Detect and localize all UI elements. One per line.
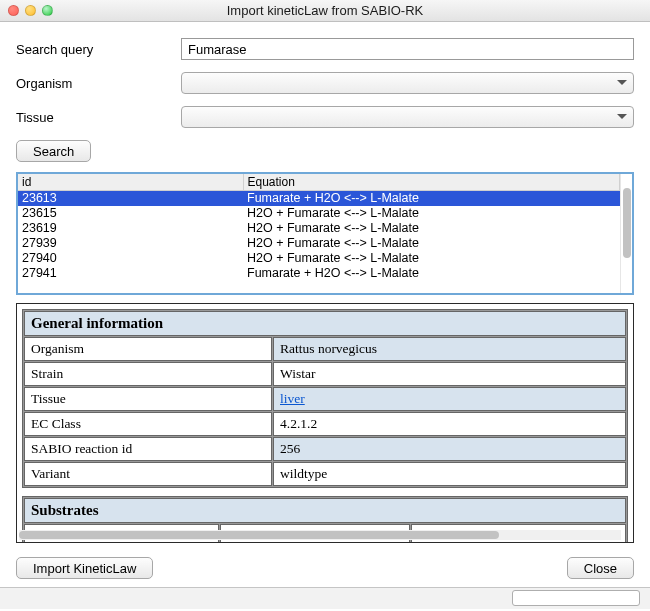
detail-panel: General information OrganismRattus norve… (16, 303, 634, 543)
info-value: wildtype (273, 462, 626, 486)
info-key: SABIO reaction id (24, 437, 272, 461)
cell-id: 27939 (18, 236, 243, 251)
cell-id: 27941 (18, 266, 243, 281)
results-table: id Equation 23613Fumarate + H2O <--> L-M… (16, 172, 634, 295)
info-value: Rattus norvegicus (273, 337, 626, 361)
detail-h-scrollbar[interactable] (19, 530, 621, 540)
cell-equation: H2O + Fumarate <--> L-Malate (243, 251, 620, 266)
organism-combo[interactable] (181, 72, 634, 94)
col-equation[interactable]: Equation (243, 174, 620, 191)
results-scrollbar[interactable] (620, 174, 632, 293)
results-table-viewport[interactable]: id Equation 23613Fumarate + H2O <--> L-M… (18, 174, 620, 293)
cell-id: 27940 (18, 251, 243, 266)
col-id[interactable]: id (18, 174, 243, 191)
cell-id: 23615 (18, 206, 243, 221)
cell-equation: H2O + Fumarate <--> L-Malate (243, 236, 620, 251)
info-key: Strain (24, 362, 272, 386)
table-row[interactable]: 23613Fumarate + H2O <--> L-Malate (18, 191, 620, 206)
cell-equation: H2O + Fumarate <--> L-Malate (243, 221, 620, 236)
general-info-table: General information OrganismRattus norve… (22, 309, 628, 488)
info-key: Tissue (24, 387, 272, 411)
info-row: SABIO reaction id256 (24, 437, 626, 461)
cell-id: 23613 (18, 191, 243, 206)
cell-id: 23619 (18, 221, 243, 236)
table-header-row: id Equation (18, 174, 620, 191)
import-button[interactable]: Import KineticLaw (16, 557, 153, 579)
cell-equation: H2O + Fumarate <--> L-Malate (243, 206, 620, 221)
tissue-combo[interactable] (181, 106, 634, 128)
info-row: Variantwildtype (24, 462, 626, 486)
info-value: Wistar (273, 362, 626, 386)
titlebar: Import kineticLaw from SABIO-RK (0, 0, 650, 22)
table-row[interactable]: 27940H2O + Fumarate <--> L-Malate (18, 251, 620, 266)
general-info-header: General information (24, 311, 626, 336)
statusbar (0, 587, 650, 609)
chevron-down-icon (615, 110, 629, 124)
info-key: EC Class (24, 412, 272, 436)
cell-equation: Fumarate + H2O <--> L-Malate (243, 191, 620, 206)
row-search-button: Search (16, 140, 634, 162)
bottom-bar: Import KineticLaw Close (16, 557, 634, 579)
table-row[interactable]: 23615H2O + Fumarate <--> L-Malate (18, 206, 620, 221)
info-key: Organism (24, 337, 272, 361)
results-scrollbar-thumb[interactable] (623, 188, 631, 258)
info-row: EC Class4.2.1.2 (24, 412, 626, 436)
row-search-query: Search query (16, 38, 634, 60)
substrates-header: Substrates (24, 498, 626, 523)
info-row: StrainWistar (24, 362, 626, 386)
row-tissue: Tissue (16, 106, 634, 128)
chevron-down-icon (615, 76, 629, 90)
row-organism: Organism (16, 72, 634, 94)
info-row: OrganismRattus norvegicus (24, 337, 626, 361)
info-value: 4.2.1.2 (273, 412, 626, 436)
info-row: Tissueliver (24, 387, 626, 411)
search-button[interactable]: Search (16, 140, 91, 162)
table-row[interactable]: 23619H2O + Fumarate <--> L-Malate (18, 221, 620, 236)
label-search-query: Search query (16, 42, 181, 57)
search-query-input[interactable] (181, 38, 634, 60)
info-key: Variant (24, 462, 272, 486)
detail-h-scrollbar-thumb[interactable] (19, 531, 499, 539)
status-box (512, 590, 640, 606)
cell-equation: Fumarate + H2O <--> L-Malate (243, 266, 620, 281)
label-organism: Organism (16, 76, 181, 91)
window-body: Search query Organism Tissue Search (0, 22, 650, 587)
table-row[interactable]: 27939H2O + Fumarate <--> L-Malate (18, 236, 620, 251)
window-title: Import kineticLaw from SABIO-RK (0, 3, 650, 18)
info-value[interactable]: liver (273, 387, 626, 411)
table-row[interactable]: 27941Fumarate + H2O <--> L-Malate (18, 266, 620, 281)
info-value: 256 (273, 437, 626, 461)
close-button[interactable]: Close (567, 557, 634, 579)
label-tissue: Tissue (16, 110, 181, 125)
